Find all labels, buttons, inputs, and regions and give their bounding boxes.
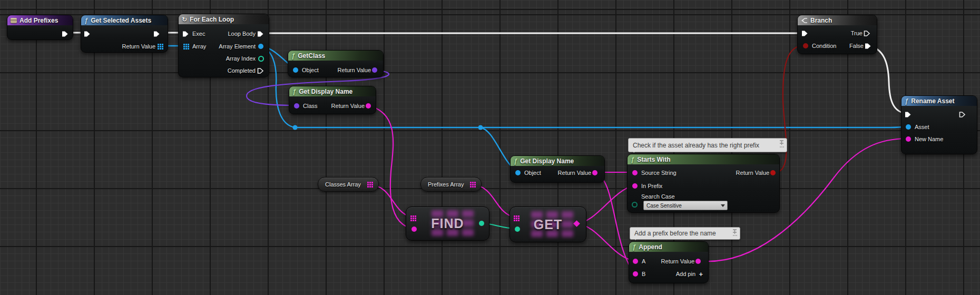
node-get-class[interactable]: ƒGetClass Object Return Value [288,50,384,77]
function-icon: ƒ [632,244,636,250]
pin-label-class: Class [303,103,318,109]
target-array-pin[interactable] [410,215,412,217]
exec-in-pin[interactable] [84,30,91,40]
branch-icon [801,17,808,24]
comment-add-prefix[interactable]: Add a prefix before the name [630,227,740,240]
function-icon: ƒ [631,157,634,162]
function-icon: ƒ [514,159,517,164]
string-return-pin[interactable] [695,259,701,264]
class-return-pin[interactable] [372,67,377,73]
exec-out-pin[interactable] [62,30,68,40]
node-title: GetClass [298,52,325,60]
source-string-pin[interactable] [632,170,638,175]
variable-classes-array[interactable]: Classes Array [318,177,379,192]
node-get-display-name-class[interactable]: ƒGet Display Name Class Return Value [289,86,376,114]
string-return-pin[interactable] [592,170,597,175]
function-icon: ƒ [84,18,88,23]
condition-pin[interactable] [803,43,808,48]
pin-label-a: A [642,258,645,264]
exec-out-pin[interactable] [153,30,160,40]
blueprint-graph-canvas[interactable]: Add Prefixes ƒGet Selected Assets Return… [0,0,980,295]
pin-label-false: False [849,43,864,49]
wire-junction-dot-1[interactable] [293,125,298,130]
wire-junction-dot-2[interactable] [478,125,483,130]
loop-icon: ↻ [182,16,187,23]
b-in-pin[interactable] [633,271,638,277]
comment-pin-icon[interactable] [732,229,738,239]
pin-label-return-value: Return Value [558,170,591,176]
node-add-prefixes[interactable]: Add Prefixes [7,15,73,40]
wire-element-bus-to-renameasset [295,126,908,127]
node-rename-asset[interactable]: ƒRename Asset Asset New Name [901,95,977,154]
node-append[interactable]: ƒAppend A Return Value B Add pin + [629,241,709,283]
node-get-selected-assets[interactable]: ƒGet Selected Assets Return Value [81,15,168,53]
array-out-pin[interactable] [367,182,369,183]
add-pin-plus-icon[interactable]: + [699,270,703,278]
string-return-pin[interactable] [366,103,371,109]
index-out-pin[interactable] [479,221,484,226]
item-to-find-pin[interactable] [411,227,417,232]
target-array-pin[interactable] [514,215,515,217]
pin-label-search-case: Search Case [641,193,675,200]
node-title: Get Selected Assets [91,17,151,24]
node-get-display-name-object[interactable]: ƒGet Display Name Object Return Value [510,155,605,183]
comment-pin-icon[interactable] [779,140,785,151]
variable-label: Prefixes Array [421,181,464,188]
add-pin-label[interactable]: Add pin [676,271,695,277]
node-branch[interactable]: Branch Condition True False [797,15,877,54]
variable-label: Classes Array [318,181,361,188]
pin-label-return-value: Return Value [736,170,769,176]
pin-label-object: Object [302,67,319,73]
search-case-pin[interactable] [632,202,638,208]
node-for-each-loop[interactable]: ↻For Each Loop Exec Array Loop Body Arra… [178,14,269,77]
pin-label-true: True [851,30,863,36]
exec-out-pin[interactable] [959,111,966,120]
exec-in-pin[interactable] [905,111,912,120]
pin-label-completed: Completed [228,67,256,74]
exec-true-pin[interactable] [864,30,870,39]
index-in-pin[interactable] [515,227,520,232]
node-array-get[interactable]: GET [509,206,586,242]
comment-text: Add a prefix before the name [634,230,716,237]
exec-in-pin[interactable] [801,30,808,39]
class-in-pin[interactable] [294,103,299,109]
array-index-pin[interactable] [258,56,264,62]
pin-label-array-index: Array Index [226,55,256,62]
array-out-pin[interactable] [470,182,472,183]
search-case-dropdown[interactable]: Case Sensitive [643,201,728,210]
exec-loop-body-pin[interactable] [257,30,264,40]
object-in-pin[interactable] [293,67,298,73]
exec-in-pin[interactable] [182,30,189,40]
node-starts-with[interactable]: ƒStarts With Source String In Prefix Sea… [627,154,780,213]
new-name-in-pin[interactable] [906,136,911,142]
pin-label-return-value: Return Value [122,43,155,50]
node-title: FIND [406,216,489,231]
pin-label-b: B [642,271,645,277]
array-in-pin[interactable] [183,44,185,45]
node-array-find[interactable]: FIND [406,206,489,241]
a-in-pin[interactable] [633,259,638,264]
node-title: Get Display Name [299,88,352,95]
node-title: Get Display Name [520,158,574,165]
array-return-pin[interactable] [158,44,159,45]
bool-return-pin[interactable] [770,170,776,175]
pin-label-return-value: Return Value [331,103,365,109]
custom-event-icon [11,18,17,23]
exec-completed-pin[interactable] [257,67,264,76]
pin-label-return-value: Return Value [338,67,371,73]
variable-prefixes-array[interactable]: Prefixes Array [420,177,482,192]
exec-false-pin[interactable] [865,42,871,52]
pin-label-object: Object [524,170,541,176]
wire-startswith-to-condition [772,45,804,172]
pin-label-array: Array [192,43,206,50]
object-in-pin[interactable] [515,170,521,175]
node-title: Add Prefixes [19,17,58,24]
in-prefix-pin[interactable] [632,183,638,189]
asset-in-pin[interactable] [906,124,911,130]
array-element-pin[interactable] [258,44,263,49]
pin-label-loop-body: Loop Body [228,31,256,37]
function-icon: ƒ [291,53,295,58]
comment-text: Check if the asset already has the right… [633,142,759,149]
comment-check-prefix[interactable]: Check if the asset already has the right… [628,138,787,152]
node-title: Starts With [637,156,670,163]
